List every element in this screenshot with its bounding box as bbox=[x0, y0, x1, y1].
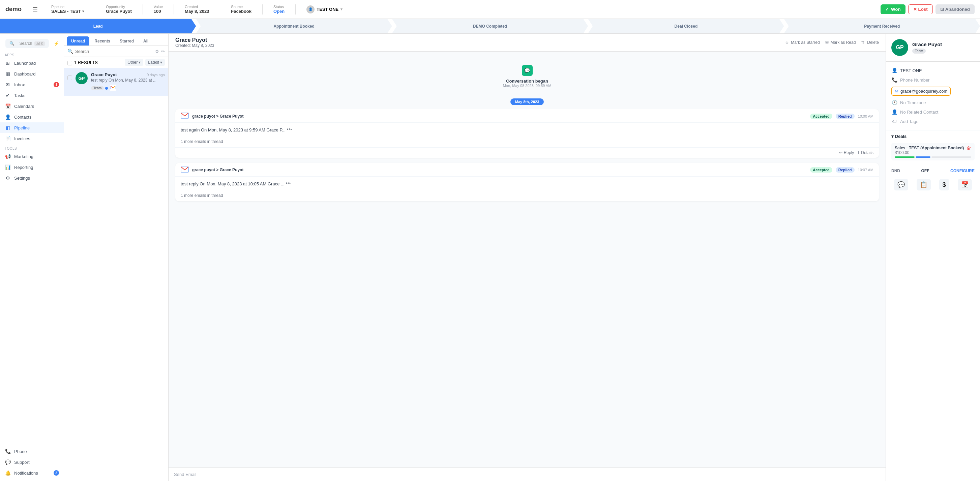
details-button-1[interactable]: ℹ Details bbox=[858, 150, 873, 155]
created-field: Created May 8, 2023 bbox=[185, 5, 209, 14]
stage-appointment-booked[interactable]: Appointment Booked bbox=[196, 19, 392, 33]
contact-tag-badge: Team bbox=[912, 49, 926, 54]
checkmark-icon: ✓ bbox=[885, 7, 889, 12]
lost-button[interactable]: ✕ Lost bbox=[908, 5, 933, 14]
conv-header-date: Created: May 8, 2023 bbox=[175, 43, 214, 48]
configure-button[interactable]: CONFIGURE bbox=[950, 168, 975, 173]
timezone-icon: 🕐 bbox=[891, 100, 897, 105]
pipeline-value[interactable]: SALES - TEST ▾ bbox=[51, 9, 84, 14]
more-emails-1: 1 more emails in thread bbox=[175, 138, 879, 147]
bottom-tab-dollar[interactable]: $ bbox=[939, 179, 949, 190]
sidebar: 🔍 Search ctrl K ⚡ Apps ⊞ Launchpad ▦ Das… bbox=[0, 34, 64, 481]
assignee-info-value: TEST ONE bbox=[900, 68, 922, 73]
conv-search-icon: 🔍 bbox=[67, 49, 73, 54]
email-highlight-box[interactable]: ✉ grace@goacquirely.com bbox=[891, 87, 951, 96]
deals-section: Sales - TEST (Appointment Booked) $100.0… bbox=[886, 140, 980, 166]
divider-6 bbox=[295, 5, 296, 14]
conv-compose-icon[interactable]: ✏ bbox=[161, 49, 165, 54]
latest-filter-arrow-icon: ▾ bbox=[160, 60, 162, 65]
sidebar-item-settings[interactable]: ⚙ Settings bbox=[0, 173, 64, 183]
conv-filters: Other ▾ Latest ▾ bbox=[125, 59, 165, 66]
sidebar-item-launchpad[interactable]: ⊞ Launchpad bbox=[0, 58, 64, 68]
conv-checkbox[interactable] bbox=[67, 76, 72, 80]
info-email-row: ✉ grace@goacquirely.com bbox=[891, 85, 975, 98]
mark-as-starred-button[interactable]: ☆ Mark as Starred bbox=[785, 40, 819, 45]
pipeline-icon: ◧ bbox=[5, 125, 11, 130]
sidebar-item-tasks[interactable]: ✔ Tasks bbox=[0, 90, 64, 101]
msg-from-2: grace puyot > Grace Puyot bbox=[192, 168, 807, 172]
more-emails-2: 1 more emails in thread bbox=[175, 192, 879, 201]
sidebar-item-pipeline[interactable]: ◧ Pipeline bbox=[0, 122, 64, 133]
bottom-tab-doc[interactable]: 📋 bbox=[916, 179, 931, 190]
chevron-down-icon: ▾ bbox=[891, 134, 894, 139]
gmail-icon-msg1 bbox=[181, 113, 189, 120]
sidebar-item-notifications[interactable]: 🔔 Notifications 3 bbox=[0, 468, 64, 478]
date-pill-container: May 8th, 2023 bbox=[175, 94, 879, 109]
conversation-item-grace-puyot[interactable]: GP Grace Puyot 9 days ago test reply On … bbox=[64, 68, 168, 96]
other-filter-button[interactable]: Other ▾ bbox=[125, 59, 143, 66]
stage-deal-closed[interactable]: Deal Closed bbox=[588, 19, 784, 33]
stage-demo-completed[interactable]: DEMO Completed bbox=[392, 19, 588, 33]
sidebar-item-calendars[interactable]: 📅 Calendars bbox=[0, 101, 64, 111]
bottom-tab-chat[interactable]: 💬 bbox=[894, 179, 908, 190]
unread-dot bbox=[105, 87, 108, 90]
tab-starred[interactable]: Starred bbox=[115, 37, 138, 46]
lightning-icon[interactable]: ⚡ bbox=[52, 39, 61, 48]
hamburger-icon[interactable]: ☰ bbox=[32, 6, 38, 13]
send-email-bar[interactable]: Send Email bbox=[169, 468, 886, 481]
sidebar-item-reporting[interactable]: 📊 Reporting bbox=[0, 162, 64, 173]
right-bottom-tabs: 💬 📋 $ 📅 bbox=[886, 176, 980, 193]
results-count: 1 RESULTS bbox=[74, 60, 98, 65]
sidebar-item-marketing[interactable]: 📢 Marketing bbox=[0, 151, 64, 162]
mark-as-read-button[interactable]: ✉ Mark as Read bbox=[825, 40, 856, 45]
sidebar-item-phone[interactable]: 📞 Phone bbox=[0, 446, 64, 457]
invoices-icon: 📄 bbox=[5, 136, 11, 141]
won-button[interactable]: ✓ Won bbox=[881, 5, 905, 14]
bottom-tab-calendar[interactable]: 📅 bbox=[958, 179, 972, 190]
gmail-icon bbox=[110, 85, 116, 92]
main-content: Grace Puyot Created: May 8, 2023 ☆ Mark … bbox=[169, 34, 886, 481]
sidebar-item-inbox[interactable]: ✉ Inbox 1 bbox=[0, 79, 64, 90]
conv-began-time: Mon, May 08 2023, 09:59 AM bbox=[175, 84, 879, 87]
msg-status-replied-2: Replied bbox=[836, 167, 854, 173]
sidebar-item-invoices[interactable]: 📄 Invoices bbox=[0, 133, 64, 144]
latest-filter-button[interactable]: Latest ▾ bbox=[145, 59, 165, 66]
date-pill: May 8th, 2023 bbox=[511, 98, 544, 105]
sidebar-item-dashboard[interactable]: ▦ Dashboard bbox=[0, 68, 64, 79]
stage-payment-received[interactable]: Payment Received bbox=[784, 19, 980, 33]
deal-name: Sales - TEST (Appointment Booked) bbox=[895, 146, 964, 150]
deal-progress-bar bbox=[895, 156, 971, 158]
info-phone-row: 📞 Phone Number bbox=[891, 75, 975, 85]
conv-avatar: GP bbox=[75, 72, 88, 84]
contact-info: Grace Puyot Team bbox=[912, 41, 942, 54]
info-timezone-row: 🕐 No Timezone bbox=[891, 98, 975, 107]
sidebar-item-support[interactable]: 💬 Support bbox=[0, 457, 64, 468]
divider-4 bbox=[220, 5, 220, 14]
envelope-icon: ✉ bbox=[825, 40, 829, 45]
info-assignee-row: 👤 TEST ONE bbox=[891, 66, 975, 75]
chat-icon: 💬 bbox=[522, 65, 533, 76]
abandoned-button[interactable]: ⊡ Abandoned bbox=[935, 5, 975, 14]
delete-button[interactable]: 🗑 Delete bbox=[861, 40, 879, 45]
conv-header-name: Grace Puyot bbox=[175, 37, 214, 43]
sidebar-top-row: 🔍 Search ctrl K ⚡ bbox=[0, 37, 64, 51]
tab-recents[interactable]: Recents bbox=[90, 37, 115, 46]
msg-from-1: grace puyot > Grace Puyot bbox=[192, 114, 807, 119]
deal-delete-icon[interactable]: 🗑 bbox=[967, 146, 971, 151]
conv-search-input[interactable] bbox=[75, 49, 153, 54]
conv-filter-icon[interactable]: ⚙ bbox=[155, 49, 159, 54]
reply-button-1[interactable]: ↩ Reply bbox=[839, 150, 854, 155]
search-bar[interactable]: 🔍 Search ctrl K bbox=[5, 39, 49, 48]
sidebar-item-contacts[interactable]: 👤 Contacts bbox=[0, 111, 64, 122]
assignee-field[interactable]: 👤 TEST ONE ▾ bbox=[306, 5, 342, 13]
info-icon: ℹ bbox=[858, 150, 860, 155]
tab-all[interactable]: All bbox=[139, 37, 153, 46]
conv-name: Grace Puyot bbox=[91, 72, 117, 77]
select-all-checkbox[interactable] bbox=[67, 61, 72, 65]
tab-unread[interactable]: Unread bbox=[67, 37, 89, 46]
info-tags-row: 🏷 Add Tags bbox=[891, 117, 975, 126]
assignee-info-icon: 👤 bbox=[891, 68, 897, 73]
stage-lead[interactable]: Lead bbox=[0, 19, 196, 33]
message-body-2: test reply On Mon, May 8, 2023 at 10:05 … bbox=[175, 177, 879, 192]
gmail-icon-msg2 bbox=[181, 167, 189, 174]
